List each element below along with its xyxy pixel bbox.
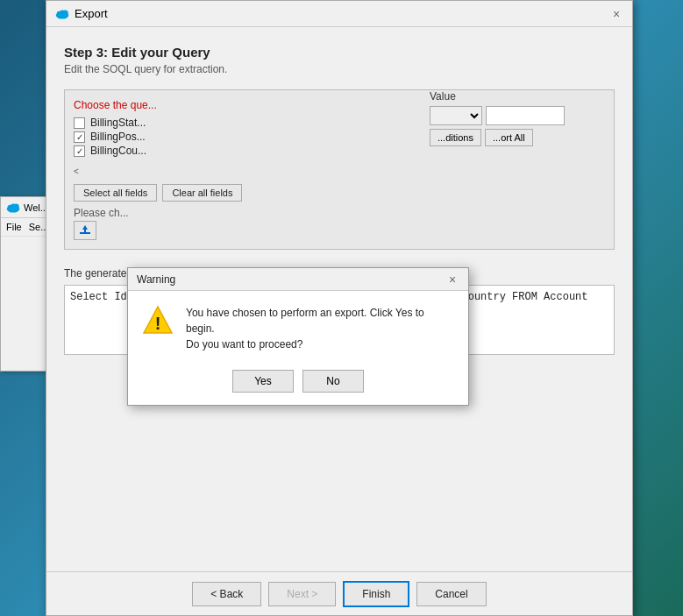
export-title-text: Export xyxy=(75,7,108,20)
warning-titlebar: Warning × xyxy=(128,268,468,291)
svg-rect-15 xyxy=(84,229,86,233)
please-choose-text: Please ch... xyxy=(74,207,605,219)
inner-dialog-area: Choose the que... BillingStat... ✓ Billi… xyxy=(64,89,615,250)
svg-point-7 xyxy=(60,10,65,15)
export-sf-icon xyxy=(55,9,69,19)
warning-dialog: Warning × ! You have chosen to perform a… xyxy=(127,267,469,406)
warning-buttons: Yes No xyxy=(128,363,468,405)
warning-yes-button[interactable]: Yes xyxy=(232,370,294,393)
field-label-2: BillingCou... xyxy=(90,145,146,157)
field-checkbox-0[interactable] xyxy=(74,117,85,129)
filter-row xyxy=(430,106,605,125)
filter-input[interactable] xyxy=(486,106,565,125)
cancel-button[interactable]: Cancel xyxy=(416,582,486,606)
welcome-file-menu[interactable]: File xyxy=(6,222,22,232)
filter-buttons: ...ditions ...ort All xyxy=(430,129,605,146)
warning-body: ! You have chosen to perform an export. … xyxy=(128,291,468,363)
next-button[interactable]: Next > xyxy=(268,582,336,606)
scroll-left-button[interactable]: < xyxy=(74,166,79,176)
step-subtitle: Edit the SOQL query for extraction. xyxy=(64,63,615,75)
sf-icon-small xyxy=(6,202,20,213)
select-all-fields-button[interactable]: Select all fields xyxy=(74,184,157,202)
warning-no-button[interactable]: No xyxy=(302,370,364,393)
back-button[interactable]: < Back xyxy=(192,582,261,606)
filter-select[interactable] xyxy=(430,106,482,125)
download-icon xyxy=(79,224,91,237)
warning-text: You have chosen to perform an export. Cl… xyxy=(186,305,454,352)
field-label-0: BillingStat... xyxy=(90,117,146,129)
welcome-title-text: Wel... xyxy=(24,202,48,213)
import-icon-button[interactable] xyxy=(74,221,96,240)
export-all-button[interactable]: ...ort All xyxy=(485,129,533,146)
field-actions: Select all fields Clear all fields xyxy=(74,184,605,202)
field-label-1: BillingPos... xyxy=(90,131,146,143)
bottom-bar: < Back Next > Finish Cancel xyxy=(46,571,632,615)
export-close-button[interactable]: × xyxy=(609,7,623,21)
step-title: Step 3: Edit your Query xyxy=(64,45,615,60)
svg-point-3 xyxy=(11,203,16,209)
field-checkbox-1[interactable]: ✓ xyxy=(74,131,85,143)
export-titlebar: Export × xyxy=(46,1,632,27)
clear-all-fields-button[interactable]: Clear all fields xyxy=(162,184,242,202)
filter-area: Value ...ditions ...ort All xyxy=(430,90,605,146)
field-item-2: ✓ BillingCou... xyxy=(74,145,605,157)
warning-close-button[interactable]: × xyxy=(445,273,459,287)
warning-line2: Do you want to proceed? xyxy=(186,336,454,352)
warning-triangle-icon: ! xyxy=(142,305,174,336)
finish-button[interactable]: Finish xyxy=(343,581,409,607)
value-label: Value xyxy=(430,90,605,103)
warning-title-text: Warning xyxy=(137,273,175,286)
svg-text:!: ! xyxy=(155,314,161,333)
conditions-button[interactable]: ...ditions xyxy=(430,129,481,146)
import-btn-area xyxy=(74,221,605,240)
warning-line1: You have chosen to perform an export. Cl… xyxy=(186,305,454,336)
field-checkbox-2[interactable]: ✓ xyxy=(74,145,85,157)
export-titlebar-left: Export xyxy=(55,7,108,20)
